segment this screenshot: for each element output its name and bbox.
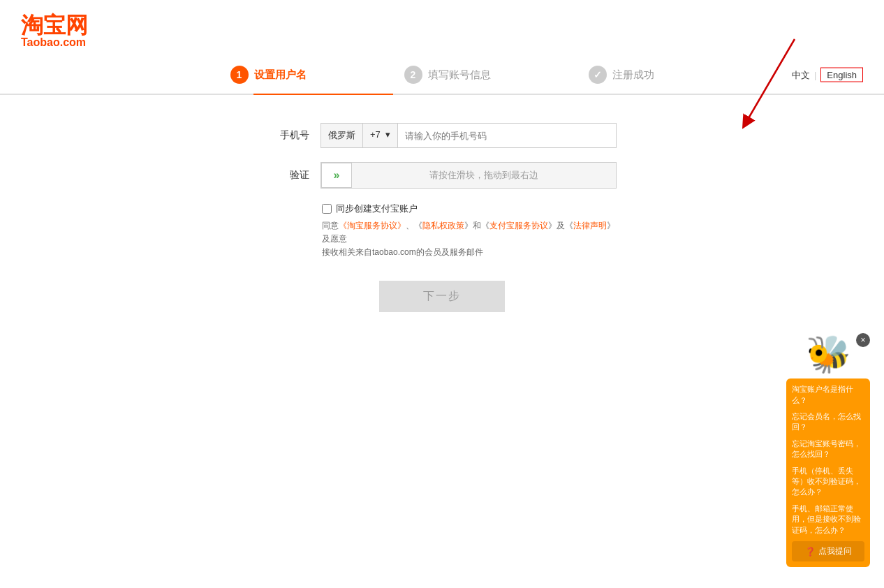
sep3: 》及《 <box>548 221 573 230</box>
faq-item-4[interactable]: 手机、邮箱正常使用，但是接收不到验证码，怎么办？ <box>792 504 864 536</box>
phone-label: 手机号 <box>267 129 309 142</box>
verify-label: 验证 <box>267 169 309 182</box>
faq-box: 淘宝账户名是指什么？ 忘记会员名，怎么找回？ 忘记淘宝账号密码，怎么找回？ 手机… <box>786 378 870 567</box>
lang-switcher: 中文 | English <box>792 68 863 82</box>
lang-divider: | <box>814 70 816 80</box>
header: 淘宝网 Taobao.com <box>0 0 884 56</box>
sep1: 、《 <box>406 221 422 230</box>
step-3-number: ✓ <box>589 66 607 84</box>
ask-button[interactable]: ❓ 点我提问 <box>792 541 864 561</box>
sync-alipay-checkbox[interactable] <box>322 204 332 214</box>
faq-item-0[interactable]: 淘宝账户名是指什么？ <box>792 384 864 406</box>
sync-alipay-label: 同步创建支付宝账户 <box>336 203 418 215</box>
phone-number-input[interactable] <box>398 124 616 147</box>
phone-input-group: 俄罗斯 +7 ▾ <box>321 123 617 148</box>
step-2[interactable]: 2 填写账号信息 <box>404 66 491 84</box>
link-privacy[interactable]: 隐私权政策 <box>422 221 464 230</box>
checkbox-row: 同步创建支付宝账户 <box>322 203 615 215</box>
link-legal[interactable]: 法律声明 <box>573 221 607 230</box>
step-1-label: 设置用户名 <box>254 68 307 82</box>
verify-slider-text: 请按住滑块，拖动到最右边 <box>352 169 616 182</box>
sep2: 》和《 <box>464 221 489 230</box>
helper-widget: 🐝 × 淘宝账户名是指什么？ 忘记会员名，怎么找回？ 忘记淘宝账号密码，怎么找回… <box>786 333 870 567</box>
country-code[interactable]: +7 ▾ <box>363 124 398 147</box>
phone-row: 手机号 俄罗斯 +7 ▾ <box>267 123 617 148</box>
agree-area: 同步创建支付宝账户 同意《淘宝服务协议》、《隐私权政策》和《支付宝服务协议》及《… <box>322 203 615 260</box>
country-select[interactable]: 俄罗斯 <box>321 124 363 147</box>
next-button[interactable]: 下一步 <box>379 281 505 312</box>
agree-text: 同意《淘宝服务协议》、《隐私权政策》和《支付宝服务协议》及《法律声明》及愿意 接… <box>322 219 615 260</box>
agree-pre: 同意 <box>322 221 339 230</box>
slider-btn[interactable]: » <box>321 163 352 188</box>
verify-slider[interactable]: » 请按住滑块，拖动到最右边 <box>321 162 617 189</box>
step-1-number: 1 <box>230 66 249 84</box>
step-3-label: 注册成功 <box>612 68 654 82</box>
faq-item-3[interactable]: 手机（停机、丢失等）收不到验证码，怎么办？ <box>792 466 864 498</box>
link-alipay-service[interactable]: 支付宝服务协议 <box>489 221 548 230</box>
logo-en: Taobao.com <box>21 36 863 49</box>
active-step-underline <box>253 94 393 95</box>
ask-btn-label: 点我提问 <box>818 545 852 557</box>
form-area: 手机号 俄罗斯 +7 ▾ 验证 » 请按住滑块，拖动到最右边 同步创建支付宝账户 <box>0 123 884 312</box>
step-2-number: 2 <box>404 66 422 84</box>
step-3[interactable]: ✓ 注册成功 <box>589 66 654 84</box>
verify-row: 验证 » 请按住滑块，拖动到最右边 <box>267 162 617 189</box>
step-2-label: 填写账号信息 <box>428 68 491 82</box>
step-1[interactable]: 1 设置用户名 <box>230 66 307 84</box>
country-name: 俄罗斯 <box>328 129 355 142</box>
bee-mascot: 🐝 <box>806 334 851 374</box>
link-taobao-service[interactable]: 《淘宝服务协议》 <box>339 221 406 230</box>
steps-wrapper: 1 设置用户名 2 填写账号信息 ✓ 注册成功 中文 | English <box>0 56 884 95</box>
ask-icon: ❓ <box>805 547 816 557</box>
close-widget-button[interactable]: × <box>856 333 870 347</box>
slider-arrows: » <box>334 169 340 182</box>
lang-en-btn[interactable]: English <box>820 68 863 82</box>
logo-cn: 淘宝网 <box>21 14 863 36</box>
faq-item-1[interactable]: 忘记会员名，怎么找回？ <box>792 411 864 433</box>
agree-line2: 接收相关来自taobao.com的会员及服务邮件 <box>322 247 483 257</box>
lang-cn-btn[interactable]: 中文 <box>792 68 810 81</box>
faq-item-2[interactable]: 忘记淘宝账号密码，怎么找回？ <box>792 439 864 460</box>
